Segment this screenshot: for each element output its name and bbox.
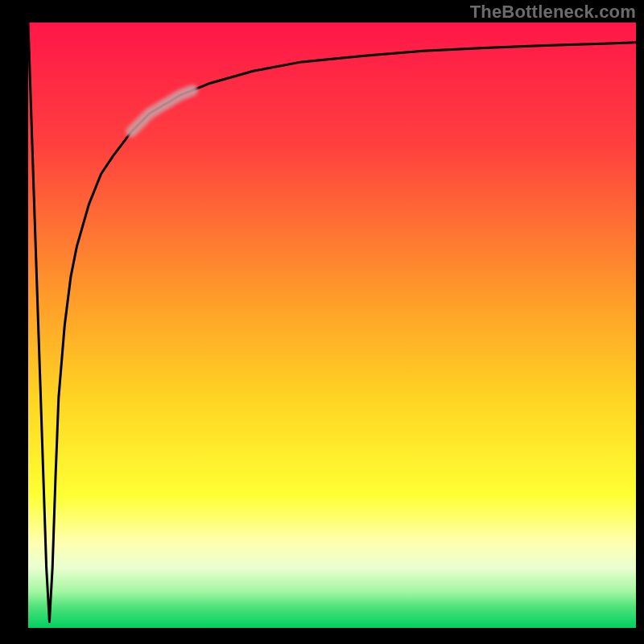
bottleneck-chart (0, 0, 644, 644)
chart-frame: TheBottleneck.com (0, 0, 644, 644)
plot-background (28, 23, 636, 628)
